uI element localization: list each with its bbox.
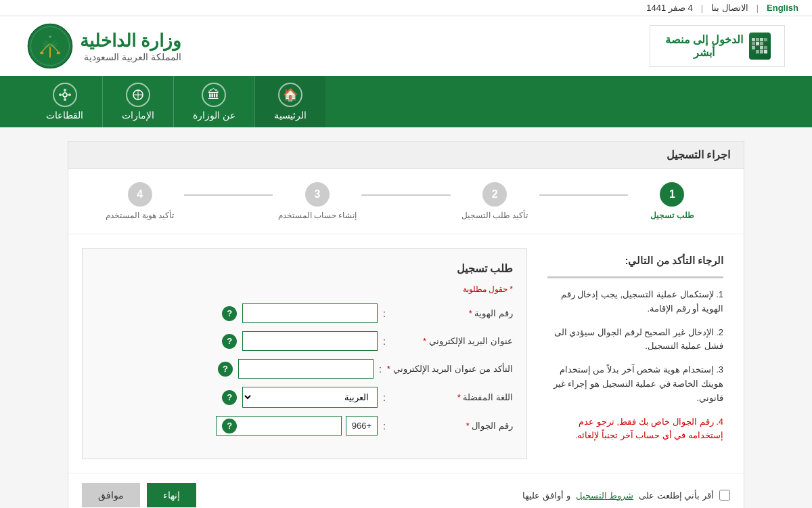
svg-rect-7 bbox=[752, 46, 755, 49]
id-number-row: رقم الهوية * : ? bbox=[96, 303, 513, 323]
svg-point-28 bbox=[63, 93, 67, 97]
svg-text:❋: ❋ bbox=[49, 35, 51, 39]
id-number-input[interactable] bbox=[242, 303, 378, 323]
top-bar: English | الاتصال بنا | 4 صفر 1441 bbox=[0, 0, 812, 16]
required-note: * حقول مطلوبة bbox=[96, 284, 513, 294]
cancel-button[interactable]: إنهاء bbox=[147, 483, 196, 507]
svg-point-29 bbox=[64, 89, 66, 91]
svg-rect-11 bbox=[760, 50, 763, 54]
step-line-2 bbox=[361, 194, 450, 196]
step-1-label: طلب تسجيل bbox=[650, 211, 694, 220]
email-input[interactable] bbox=[242, 331, 378, 351]
info-num-3: 3. bbox=[716, 364, 723, 375]
svg-point-32 bbox=[68, 93, 71, 96]
step-3-label: إنشاء حساب المستخدم bbox=[278, 211, 357, 220]
nav-home-label: الرئيسية bbox=[274, 110, 307, 121]
info-text-4: رقم الجوال خاص بك فقط, ترجو عدم إستخدامه… bbox=[575, 417, 723, 441]
separator-2: | bbox=[701, 3, 703, 13]
step-3-circle: 3 bbox=[305, 182, 330, 207]
registration-form: طلب تسجيل * حقول مطلوبة رقم الهوية * : ?… bbox=[82, 248, 527, 459]
language-info-icon[interactable]: ? bbox=[222, 390, 237, 405]
agree-and: و أوافق عليها bbox=[522, 490, 570, 501]
svg-rect-8 bbox=[760, 46, 763, 49]
nav-sectors-label: القطاعات bbox=[46, 110, 83, 121]
ministry-name: وزارة الداخلية bbox=[80, 30, 181, 51]
language-select[interactable]: العربية English bbox=[242, 387, 378, 408]
email-label: عنوان البريد الإلكتروني * bbox=[391, 336, 513, 346]
email-row: عنوان البريد الإلكتروني * : ? bbox=[96, 331, 513, 351]
step-2-label: تأكيد طلب التسجيل bbox=[461, 211, 528, 220]
svg-rect-9 bbox=[764, 46, 767, 49]
step-4-circle: 4 bbox=[128, 182, 152, 207]
nav-about[interactable]: 🏛 عن الوزارة bbox=[173, 76, 254, 127]
step-3: 3 إنشاء حساب المستخدم bbox=[273, 182, 361, 220]
email-info-icon[interactable]: ? bbox=[222, 334, 237, 349]
phone-info-icon[interactable]: ? bbox=[222, 419, 237, 433]
emirates-icon bbox=[126, 83, 150, 107]
step-4-label: تأكيد هوية المستخدم bbox=[106, 211, 174, 220]
svg-rect-6 bbox=[760, 42, 763, 45]
language-link[interactable]: English bbox=[767, 3, 798, 13]
info-item-2: 2. الإدخال غير الصحيح لرقم الجوال سيؤدي … bbox=[547, 326, 723, 354]
step-line-1 bbox=[539, 194, 628, 196]
svg-rect-12 bbox=[764, 50, 767, 54]
agree-area: أقر بأني إطلعت على شروط التسجيل و أوافق … bbox=[522, 490, 730, 501]
phone-code: +966 bbox=[346, 416, 378, 436]
nav-home[interactable]: 🏠 الرئيسية bbox=[254, 76, 325, 127]
absher-box[interactable]: الدخول إلى منصة أبشر bbox=[650, 25, 785, 67]
steps-bar: 1 طلب تسجيل 2 تأكيد طلب التسجيل 3 إنشاء … bbox=[68, 169, 744, 234]
confirm-email-input[interactable] bbox=[238, 359, 374, 379]
step-2-circle: 2 bbox=[482, 182, 507, 207]
info-item-4: 4. رقم الجوال خاص بك فقط, ترجو عدم إستخد… bbox=[547, 415, 723, 444]
absher-logo: الدخول إلى منصة أبشر bbox=[664, 33, 771, 60]
confirm-email-input-wrapper bbox=[238, 359, 374, 379]
info-num-1: 1. bbox=[716, 289, 723, 299]
id-info-icon[interactable]: ? bbox=[222, 306, 237, 321]
form-area: الرجاء التأكد من التالي: 1. لإستكمال عمل… bbox=[68, 234, 744, 473]
page-title: اجراء التسجيل bbox=[68, 142, 744, 169]
terms-link[interactable]: شروط التسجيل bbox=[576, 490, 634, 501]
info-num-4: 4. bbox=[716, 417, 723, 427]
sectors-icon bbox=[53, 83, 77, 107]
approve-button[interactable]: موافق bbox=[82, 483, 140, 507]
ministry-logo-area: وزارة الداخلية المملكة العربية السعودية … bbox=[27, 23, 181, 69]
info-item-3: 3. إستخدام هوية شخص آخر بدلاً من إستخدام… bbox=[547, 363, 723, 405]
svg-rect-10 bbox=[756, 50, 759, 54]
svg-point-25 bbox=[57, 51, 60, 54]
country-name: المملكة العربية السعودية bbox=[80, 51, 181, 62]
button-area: إنهاء موافق bbox=[82, 483, 196, 507]
confirm-email-info-icon[interactable]: ? bbox=[218, 362, 233, 377]
home-icon: 🏠 bbox=[278, 83, 302, 107]
id-input-wrapper bbox=[242, 303, 378, 323]
id-label: رقم الهوية * bbox=[391, 308, 513, 318]
absher-icon bbox=[749, 33, 771, 60]
agree-checkbox[interactable] bbox=[719, 490, 730, 501]
agree-text: أقر بأني إطلعت على bbox=[639, 490, 714, 501]
info-item-1: 1. لإستكمال عملية التسجيل, يجب إدخال رقم… bbox=[547, 288, 723, 316]
ministry-emblem: ❋ bbox=[27, 23, 73, 69]
phone-input-group: +966 bbox=[242, 416, 378, 436]
svg-rect-2 bbox=[760, 38, 763, 41]
contact-link[interactable]: الاتصال بنا bbox=[711, 3, 748, 13]
nav-emirates-label: الإمارات bbox=[122, 110, 154, 121]
step-4: 4 تأكيد هوية المستخدم bbox=[95, 182, 184, 220]
separator-1: | bbox=[757, 3, 759, 13]
nav-sectors[interactable]: القطاعات bbox=[27, 76, 102, 127]
nav-emirates[interactable]: الإمارات bbox=[102, 76, 173, 127]
about-icon: 🏛 bbox=[202, 83, 226, 107]
info-panel: الرجاء التأكد من التالي: 1. لإستكمال عمل… bbox=[541, 248, 730, 459]
ministry-text: وزارة الداخلية المملكة العربية السعودية bbox=[80, 30, 181, 62]
language-label: اللغة المفضلة * bbox=[391, 392, 513, 402]
form-footer: أقر بأني إطلعت على شروط التسجيل و أوافق … bbox=[68, 473, 744, 508]
confirm-email-row: التأكد من عنوان البريد الإلكتروني * : ? bbox=[96, 359, 513, 379]
absher-label: الدخول إلى منصة أبشر bbox=[664, 33, 744, 59]
step-1: 1 طلب تسجيل bbox=[628, 182, 717, 220]
form-title: طلب تسجيل bbox=[96, 262, 513, 275]
content-area: اجراء التسجيل 1 طلب تسجيل 2 تأكيد طلب ال… bbox=[68, 141, 744, 508]
info-text-3: إستخدام هوية شخص آخر بدلاً من إستخدام هو… bbox=[554, 364, 723, 403]
info-text-2: الإدخال غير الصحيح لرقم الجوال سيؤدي الى… bbox=[554, 327, 723, 352]
svg-rect-4 bbox=[752, 42, 755, 45]
info-panel-title: الرجاء التأكد من التالي: bbox=[547, 255, 723, 267]
step-line-3 bbox=[184, 194, 273, 196]
svg-rect-3 bbox=[764, 38, 767, 41]
